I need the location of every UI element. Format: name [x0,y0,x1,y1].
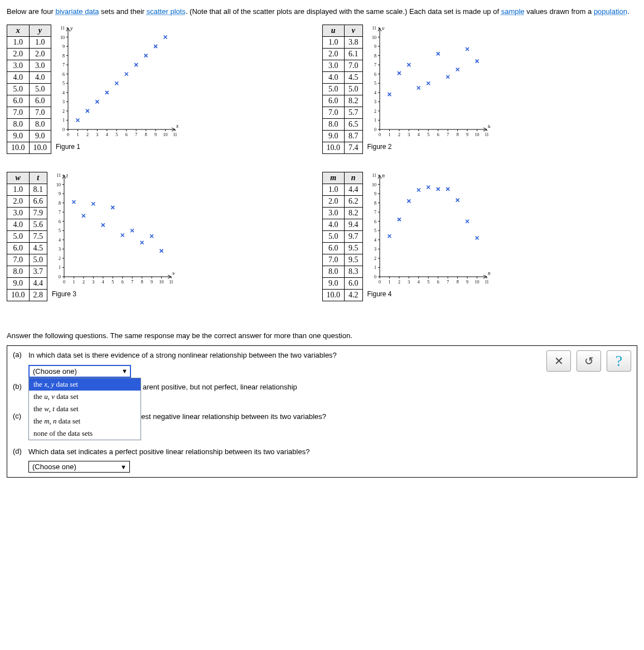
scatter-plot-wt: 0011223344556677889910101111wt [52,172,175,289]
svg-text:11: 11 [485,132,489,137]
help-button[interactable]: ? [607,350,631,372]
svg-text:9: 9 [154,132,157,137]
svg-text:n: n [382,172,385,179]
table-row: 9.06.0 [322,278,362,290]
svg-text:5: 5 [374,81,376,86]
svg-text:9: 9 [466,132,468,137]
q-b-label: (b) [13,382,28,391]
scatter-plot-xy: 0011223344556677889910101111xy [56,25,178,142]
svg-text:11: 11 [173,132,177,137]
reset-button[interactable]: ↺ [577,350,601,372]
svg-text:0: 0 [63,280,65,285]
data-table-mn: mn1.04.42.06.23.08.24.09.45.09.76.09.57.… [322,172,363,301]
data-table-xy: xy1.01.02.02.03.03.04.04.05.05.06.06.07.… [7,25,51,154]
link-bivariate-data[interactable]: bivariate data [55,7,99,16]
table-row: 7.07.0 [7,107,51,119]
svg-text:6: 6 [374,219,376,224]
table-row: 6.06.0 [7,95,51,107]
table-row: 6.04.5 [7,243,47,254]
svg-text:10: 10 [163,132,168,137]
table-row: 1.04.4 [322,184,362,196]
svg-text:v: v [382,25,385,31]
svg-text:9: 9 [374,191,376,196]
link-sample[interactable]: sample [501,7,525,16]
svg-text:9: 9 [62,44,65,49]
svg-text:5: 5 [59,228,61,233]
svg-text:7: 7 [135,132,137,137]
svg-text:11: 11 [169,280,173,285]
select-option[interactable]: none of the data sets [29,427,141,440]
svg-text:10: 10 [159,280,164,285]
table-row: 6.09.5 [322,243,362,254]
svg-text:2: 2 [374,256,376,261]
svg-text:10: 10 [56,182,61,187]
q-d-select[interactable]: (Choose one)▼ [28,461,130,473]
figure-caption-mn: Figure 4 [367,290,490,298]
svg-text:1: 1 [76,132,79,137]
select-option[interactable]: the x, y data set [29,378,141,391]
select-option[interactable]: the w, t data set [29,403,141,415]
svg-text:6: 6 [125,132,128,137]
svg-text:10: 10 [474,280,479,285]
select-option[interactable]: the u, v data set [29,391,141,403]
svg-text:m: m [488,270,490,276]
svg-text:6: 6 [437,132,439,137]
svg-text:3: 3 [374,247,376,252]
svg-text:7: 7 [59,210,61,215]
help-icon: ? [616,352,622,370]
svg-text:4: 4 [62,90,65,95]
data-table-wt: wt1.08.12.06.63.07.94.05.65.07.56.04.57.… [7,172,47,301]
svg-text:7: 7 [447,280,449,285]
svg-text:x: x [176,123,178,129]
svg-text:6: 6 [59,219,61,224]
table-row: 1.08.1 [7,184,47,196]
svg-text:3: 3 [374,100,376,105]
table-row: 2.06.1 [322,49,362,60]
svg-text:0: 0 [62,127,65,132]
svg-text:u: u [488,123,490,129]
link-scatter-plots[interactable]: scatter plots [147,7,186,16]
svg-text:1: 1 [374,266,376,271]
svg-text:y: y [70,25,73,31]
table-row: 2.02.0 [7,49,51,60]
svg-text:8: 8 [145,132,147,137]
svg-text:4: 4 [102,280,104,285]
svg-text:10: 10 [60,35,65,40]
svg-text:3: 3 [96,132,98,137]
svg-text:1: 1 [388,132,390,137]
q-a-select[interactable]: (Choose one)▼ the x, y data setthe u, v … [28,365,131,378]
svg-text:6: 6 [374,72,376,77]
figure-caption-xy: Figure 1 [56,143,178,151]
svg-text:8: 8 [374,201,376,206]
svg-text:2: 2 [83,280,85,285]
svg-text:5: 5 [427,280,429,285]
table-row: 5.05.0 [322,84,362,95]
q-a-label: (a) [13,350,28,359]
table-row: 7.05.7 [322,107,362,119]
table-row: 4.09.4 [322,219,362,231]
svg-text:5: 5 [62,81,65,86]
q-d-label: (d) [13,447,28,455]
data-table-uv: uv1.03.82.06.13.07.04.04.55.05.06.08.27.… [322,25,363,154]
table-row: 6.08.2 [322,95,362,107]
clear-button[interactable]: ✕ [546,350,571,372]
select-option[interactable]: the m, n data set [29,415,141,427]
table-row: 4.05.6 [7,219,47,231]
table-row: 5.09.7 [322,231,362,243]
svg-text:7: 7 [62,62,65,68]
svg-text:2: 2 [86,132,89,137]
svg-text:2: 2 [398,132,400,137]
svg-text:8: 8 [374,54,376,59]
q-b-text-partial: arent positive, but not perfect, linear … [143,383,297,391]
table-row: 4.04.0 [7,72,51,84]
table-row: 1.01.0 [7,37,51,49]
svg-text:3: 3 [59,247,61,252]
svg-text:7: 7 [374,62,376,68]
svg-text:11: 11 [372,173,376,178]
q-a-options[interactable]: the x, y data setthe u, v data setthe w,… [28,378,141,440]
svg-text:8: 8 [59,201,61,206]
table-row: 3.07.0 [322,60,362,72]
svg-text:6: 6 [122,280,124,285]
svg-text:4: 4 [106,132,108,137]
link-population[interactable]: population [594,7,627,16]
